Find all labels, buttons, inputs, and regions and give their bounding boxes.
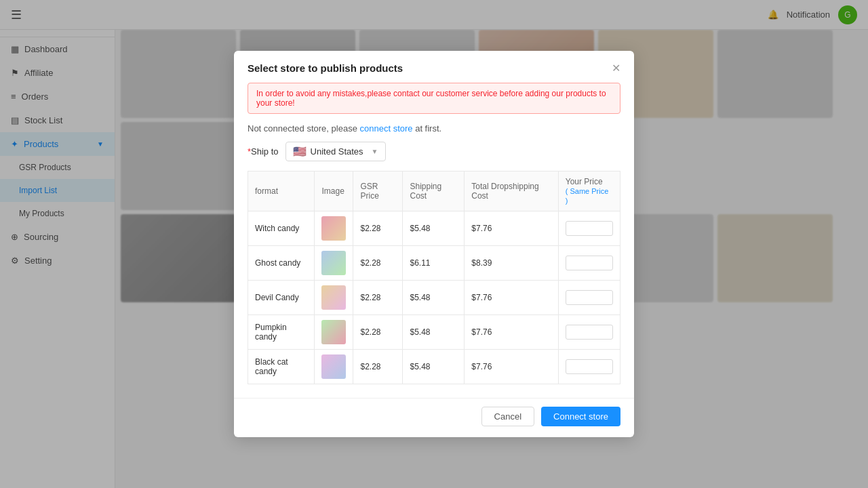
cell-total-cost: $7.76 [465,350,558,384]
cell-shipping-cost: $5.48 [403,315,465,350]
col-gsr-price: GSR Price [353,171,403,211]
table-row: Pumpkin candy $2.28 $5.48 $7.76 [248,315,620,350]
cell-gsr-price: $2.28 [353,315,403,350]
table-row: Ghost candy $2.28 $6.11 $8.39 [248,246,620,281]
cell-total-cost: $7.76 [465,281,558,315]
product-thumbnail [321,216,346,241]
warning-text: In order to avoid any mistakes,please co… [256,89,606,108]
product-table-body: Witch candy $2.28 $5.48 $7.76 Ghost cand… [248,211,620,384]
cancel-button[interactable]: Cancel [481,407,534,426]
connect-store-link[interactable]: connect store [360,123,413,134]
table-row: Black cat candy $2.28 $5.48 $7.76 [248,350,620,384]
cell-shipping-cost: $5.48 [403,281,465,315]
col-shipping-cost: Shipping Cost [403,171,465,211]
your-price-input[interactable] [566,359,613,374]
modal-header: Select store to publish products ✕ [234,51,634,83]
cell-image [315,350,353,384]
publish-modal: Select store to publish products ✕ In or… [234,51,634,437]
col-total-cost: Total Dropshipping Cost [465,171,558,211]
cell-gsr-price: $2.28 [353,211,403,246]
product-thumbnail [321,251,346,275]
cell-total-cost: $7.76 [465,211,558,246]
col-your-price: Your Price( Same Price ) [558,171,620,211]
cell-your-price[interactable] [558,281,620,315]
cell-image [315,281,353,315]
cell-image [315,246,353,281]
cell-shipping-cost: $5.48 [403,350,465,384]
cell-gsr-price: $2.28 [353,246,403,281]
cell-your-price[interactable] [558,211,620,246]
cell-image [315,315,353,350]
ship-to-select[interactable]: 🇺🇸 United States ▼ [285,142,386,161]
cell-your-price[interactable] [558,350,620,384]
ship-row: *Ship to 🇺🇸 United States ▼ [248,142,620,161]
cell-your-price[interactable] [558,315,620,350]
ship-country-label: United States [311,146,363,157]
modal-close-button[interactable]: ✕ [612,62,620,75]
table-header: format Image GSR Price Shipping Cost Tot… [248,171,620,211]
product-thumbnail [321,320,346,344]
table-row: Witch candy $2.28 $5.48 $7.76 [248,211,620,246]
your-price-input[interactable] [566,290,613,305]
cell-format: Ghost candy [248,246,315,281]
cell-shipping-cost: $5.48 [403,211,465,246]
ship-to-label: *Ship to [248,146,279,157]
flag-icon: 🇺🇸 [293,145,307,158]
connect-notice-pre: Not connected store, please [248,123,360,134]
connect-notice: Not connected store, please connect stor… [248,123,620,134]
product-thumbnail [321,285,346,310]
table-row: Devil Candy $2.28 $5.48 $7.76 [248,281,620,315]
cell-gsr-price: $2.28 [353,350,403,384]
cell-format: Devil Candy [248,281,315,315]
your-price-input[interactable] [566,325,613,340]
product-thumbnail [321,354,346,379]
col-format: format [248,171,315,211]
cell-format: Pumpkin candy [248,315,315,350]
product-table: format Image GSR Price Shipping Cost Tot… [248,171,620,384]
cell-total-cost: $8.39 [465,246,558,281]
modal-body: In order to avoid any mistakes,please co… [234,83,634,395]
connect-notice-post: at first. [413,123,442,134]
cell-shipping-cost: $6.11 [403,246,465,281]
cell-gsr-price: $2.28 [353,281,403,315]
same-price-label: ( Same Price ) [566,187,609,205]
chevron-down-icon: ▼ [372,148,378,155]
connect-store-button[interactable]: Connect store [541,407,620,426]
cell-image [315,211,353,246]
modal-footer: Cancel Connect store [234,398,634,437]
cell-total-cost: $7.76 [465,315,558,350]
col-image: Image [315,171,353,211]
cell-format: Black cat candy [248,350,315,384]
warning-banner: In order to avoid any mistakes,please co… [248,83,620,114]
cell-format: Witch candy [248,211,315,246]
cell-your-price[interactable] [558,246,620,281]
your-price-input[interactable] [566,221,613,236]
modal-title: Select store to publish products [248,62,403,74]
your-price-input[interactable] [566,256,613,270]
